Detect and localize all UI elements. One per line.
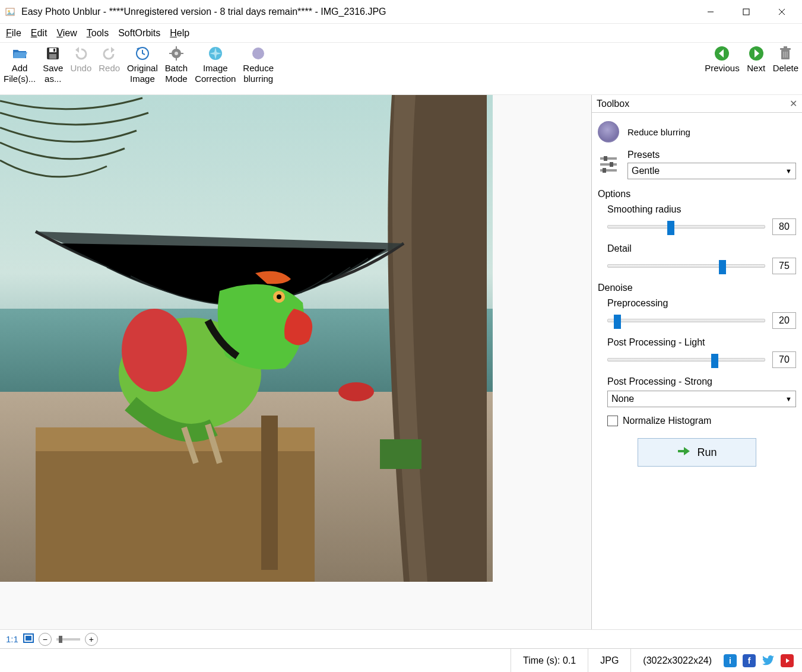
smoothing-value[interactable]: 80	[772, 218, 796, 235]
chevron-down-icon: ▼	[785, 167, 792, 175]
preprocessing-value[interactable]: 20	[772, 312, 796, 329]
menu-file[interactable]: File	[6, 28, 21, 39]
normalize-histogram-checkbox[interactable]	[607, 416, 618, 426]
maximize-button[interactable]	[728, 0, 764, 24]
presets-combo[interactable]: Gentle ▼	[627, 163, 796, 179]
postprocessing-strong-label: Post Processing - Strong	[607, 376, 796, 387]
postprocessing-light-label: Post Processing - Light	[607, 337, 796, 348]
presets-icon	[598, 154, 619, 175]
blur-mode-icon	[598, 121, 619, 142]
svg-rect-23	[784, 46, 787, 48]
folder-open-icon	[11, 45, 28, 62]
image-preview	[0, 95, 493, 582]
zoom-slider[interactable]	[56, 638, 80, 641]
toolbox-title: Toolbox	[597, 99, 629, 109]
presets-label: Presets	[627, 150, 796, 160]
detail-slider[interactable]	[607, 264, 765, 268]
menu-help[interactable]: Help	[170, 28, 189, 39]
titlebar: Easy Photo Unblur - ****Unregistered ver…	[0, 0, 802, 24]
delete-button[interactable]: Delete	[769, 43, 802, 94]
undo-icon	[72, 45, 89, 62]
chevron-down-icon: ▼	[785, 395, 792, 402]
toolbox-close-button[interactable]: ✕	[790, 98, 797, 109]
save-icon	[45, 45, 61, 62]
denoise-group-label: Denoise	[598, 283, 796, 293]
toolbox-header: Toolbox ✕	[592, 95, 802, 113]
menu-view[interactable]: View	[56, 28, 77, 39]
save-as-button[interactable]: Save as...	[39, 43, 66, 94]
svg-rect-3	[743, 9, 749, 15]
postprocessing-light-value[interactable]: 70	[772, 351, 796, 368]
detail-label: Detail	[607, 243, 796, 254]
next-button[interactable]: Next	[743, 43, 769, 94]
mode-label: Reduce blurring	[627, 127, 690, 137]
menu-edit[interactable]: Edit	[31, 28, 47, 39]
main-area: Toolbox ✕ Reduce blurring Presets Gentle…	[0, 95, 802, 629]
svg-rect-40	[600, 163, 617, 166]
redo-icon	[101, 45, 118, 62]
trash-icon	[777, 45, 794, 62]
svg-rect-43	[610, 162, 613, 167]
preprocessing-slider[interactable]	[607, 319, 765, 322]
info-icon[interactable]: i	[724, 654, 737, 667]
facebook-icon[interactable]: f	[743, 654, 756, 667]
detail-value[interactable]: 75	[772, 258, 796, 274]
svg-rect-14	[176, 58, 177, 61]
zoom-bar: 1:1 − +	[0, 629, 802, 648]
svg-rect-13	[176, 46, 177, 49]
status-dimensions: (3022x3022x24)	[630, 649, 724, 672]
undo-button[interactable]: Undo	[66, 43, 95, 94]
reduce-blurring-button[interactable]: Reduce blurring	[239, 43, 277, 94]
add-files-button[interactable]: Add File(s)...	[0, 43, 39, 94]
smoothing-slider[interactable]	[607, 225, 765, 229]
svg-rect-38	[380, 439, 421, 469]
zoom-out-button[interactable]: −	[39, 633, 52, 646]
run-arrow-icon	[677, 445, 691, 460]
clock-icon	[134, 45, 151, 62]
svg-rect-15	[169, 53, 172, 54]
postprocessing-light-slider[interactable]	[607, 358, 765, 362]
svg-rect-46	[26, 636, 31, 641]
fit-screen-button[interactable]	[23, 633, 34, 645]
svg-rect-22	[780, 48, 791, 50]
toolbox-panel: Toolbox ✕ Reduce blurring Presets Gentle…	[591, 95, 802, 629]
image-correction-button[interactable]: Image Correction	[191, 43, 239, 94]
youtube-icon[interactable]	[781, 654, 794, 667]
svg-rect-44	[603, 168, 606, 173]
original-image-button[interactable]: Original Image	[123, 43, 161, 94]
zoom-1to1-button[interactable]: 1:1	[6, 634, 18, 644]
run-button[interactable]: Run	[638, 438, 756, 467]
svg-point-18	[252, 47, 264, 59]
svg-point-12	[175, 52, 178, 55]
blur-icon	[250, 45, 267, 62]
svg-rect-32	[261, 416, 278, 570]
sparkle-icon	[207, 45, 224, 62]
close-button[interactable]	[764, 0, 800, 24]
gear-icon	[168, 45, 185, 62]
status-format: JPG	[588, 649, 630, 672]
svg-point-33	[338, 382, 374, 401]
status-time: Time (s): 0.1	[511, 649, 588, 672]
previous-button[interactable]: Previous	[701, 43, 743, 94]
menu-softorbits[interactable]: SoftOrbits	[118, 28, 160, 39]
image-canvas[interactable]	[0, 95, 591, 629]
svg-rect-39	[600, 157, 617, 160]
postprocessing-strong-combo[interactable]: None ▼	[607, 391, 796, 407]
toolbar: Add File(s)... Save as... Undo Redo Orig…	[0, 43, 802, 95]
preprocessing-label: Preprocessing	[607, 298, 796, 309]
redo-button[interactable]: Redo	[95, 43, 123, 94]
arrow-left-icon	[714, 45, 730, 62]
statusbar: Time (s): 0.1 JPG (3022x3022x24) i f	[0, 648, 802, 672]
zoom-in-button[interactable]: +	[85, 633, 98, 646]
menu-tools[interactable]: Tools	[87, 28, 109, 39]
batch-mode-button[interactable]: Batch Mode	[161, 43, 191, 94]
options-group-label: Options	[598, 189, 796, 199]
minimize-button[interactable]	[693, 0, 728, 24]
svg-rect-42	[604, 156, 607, 161]
svg-point-35	[122, 309, 187, 392]
normalize-histogram-label: Normalize Histogram	[623, 416, 711, 426]
app-icon	[5, 6, 17, 18]
menubar: File Edit View Tools SoftOrbits Help	[0, 24, 802, 43]
svg-rect-7	[49, 48, 56, 52]
twitter-icon[interactable]	[762, 654, 775, 667]
